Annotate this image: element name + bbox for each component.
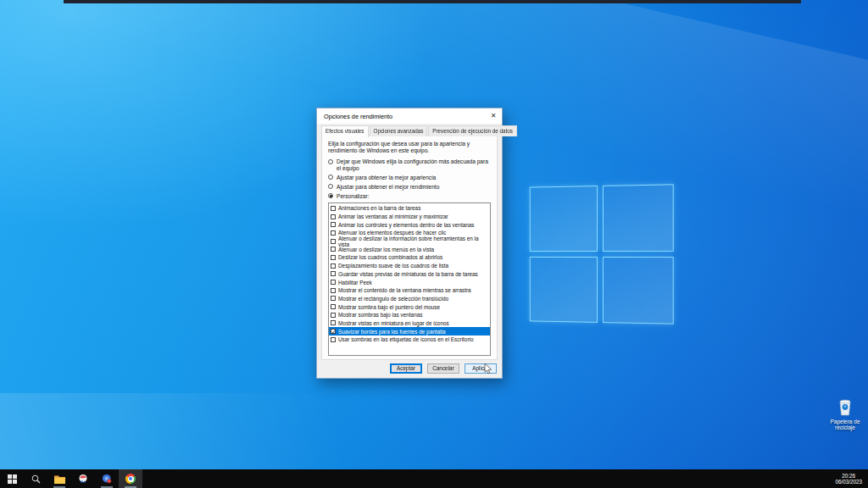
tab-efectos-visuales[interactable]: Efectos visuales (321, 125, 369, 137)
windows-logo-wallpaper (530, 184, 674, 324)
radio-icon[interactable] (328, 159, 333, 164)
list-item-selected[interactable]: Suavizar bordes para las fuentes de pant… (329, 327, 490, 336)
list-item[interactable]: Mostrar el rectángulo de selección trans… (329, 295, 490, 303)
list-item-label: Mostrar el contenido de la ventana mient… (338, 287, 471, 293)
radio-icon[interactable] (328, 193, 333, 198)
file-explorer-button[interactable] (47, 469, 71, 488)
dialog-button-row: Aceptar Cancelar Aplicar (390, 363, 497, 374)
windows-logo-pane (530, 257, 598, 323)
checkbox[interactable] (331, 230, 336, 236)
list-item-label: Atenuar o deslizar la información sobre … (338, 236, 490, 247)
radio-label: Ajustar para obtener el mejor rendimient… (337, 184, 439, 191)
checkbox[interactable] (331, 288, 336, 293)
list-item-label: Usar sombras en las etiquetas de iconos … (338, 336, 474, 342)
chrome-icon (125, 474, 136, 484)
recycle-bin-icon (836, 396, 854, 417)
checkbox[interactable] (331, 263, 336, 269)
list-item[interactable]: Usar sombras en las etiquetas de iconos … (329, 336, 490, 344)
list-item-label: Mostrar sombra bajo el puntero del mouse (338, 304, 440, 310)
pinned-app-1-icon (78, 474, 88, 484)
checkbox[interactable] (331, 255, 336, 260)
file-explorer-icon (54, 474, 65, 484)
search-icon (31, 474, 41, 484)
mouse-cursor (484, 363, 493, 374)
windows-start-icon (8, 474, 17, 484)
list-item-label: Animar las ventanas al minimizar y maxim… (338, 214, 448, 219)
radio-icon[interactable] (328, 175, 333, 180)
pinned-app-2-button[interactable] (95, 469, 119, 488)
radio-group: Dejar que Windows elija la configuración… (328, 158, 491, 199)
dialog-titlebar[interactable]: Opciones de rendimiento ✕ (317, 108, 502, 124)
clock-time: 20:26 (835, 473, 862, 480)
checkbox[interactable] (331, 271, 336, 276)
list-item-label: Animaciones en la barra de tareas (338, 205, 420, 211)
pinned-app-2-icon (102, 474, 112, 484)
radio-option-custom[interactable]: Personalizar: (328, 193, 489, 200)
list-item-label: Mostrar vistas en miniatura en lugar de … (338, 320, 449, 326)
taskbar: 20:26 06/03/2023 (0, 469, 868, 488)
list-item[interactable]: Atenuar o deslizar la información sobre … (329, 237, 490, 246)
radio-option-best-performance[interactable]: Ajustar para obtener el mejor rendimient… (328, 184, 489, 191)
radio-label: Ajustar para obtener la mejor apariencia (337, 175, 436, 181)
list-item-label: Desplazamiento suave de los cuadros de l… (338, 263, 448, 269)
taskbar-clock[interactable]: 20:26 06/03/2023 (829, 469, 868, 488)
radio-option-best-appearance[interactable]: Ajustar para obtener la mejor apariencia (328, 175, 489, 181)
recycle-bin-desktop-icon[interactable]: Papelera de reciclaje (824, 396, 866, 430)
list-item-label: Atenuar o deslizar los menús en la vista (338, 247, 434, 252)
list-item[interactable]: Mostrar vistas en miniatura en lugar de … (329, 319, 490, 328)
checkbox[interactable] (331, 214, 336, 219)
list-item[interactable]: Animaciones en la barra de tareas (329, 204, 490, 213)
accept-button[interactable]: Aceptar (390, 363, 422, 374)
tab-prevencion-ejecucion[interactable]: Prevención de ejecución de datos (428, 125, 517, 136)
checkbox[interactable] (331, 239, 336, 244)
top-edge-strip (64, 0, 801, 3)
list-item-label: Habilitar Peek (338, 280, 372, 286)
checkbox[interactable] (331, 320, 336, 325)
search-button[interactable] (24, 469, 47, 488)
windows-logo-pane (603, 257, 674, 324)
chrome-button[interactable] (119, 469, 142, 488)
tab-opciones-avanzadas[interactable]: Opciones avanzadas (370, 125, 428, 136)
radio-option-windows-choose[interactable]: Dejar que Windows elija la configuración… (328, 158, 489, 171)
checkbox[interactable] (331, 247, 336, 252)
checkbox[interactable] (331, 222, 336, 227)
checkbox[interactable] (331, 206, 336, 211)
list-item[interactable]: Guardar vistas previas de miniaturas de … (329, 269, 490, 278)
close-icon[interactable]: ✕ (485, 108, 502, 124)
list-item-label: Mostrar sombras bajo las ventanas (338, 312, 422, 318)
checkbox[interactable] (331, 304, 336, 309)
list-item[interactable]: Mostrar sombras bajo las ventanas (329, 311, 490, 319)
checkbox[interactable] (331, 313, 336, 318)
list-item[interactable]: Mostrar sombra bajo el puntero del mouse (329, 302, 490, 311)
radio-label: Personalizar: (337, 193, 369, 200)
recycle-bin-label: Papelera de reciclaje (824, 419, 866, 430)
performance-options-dialog: Opciones de rendimiento ✕ Efectos visual… (316, 108, 503, 379)
tab-page-visual-effects: Elija la configuración que desea usar pa… (321, 135, 498, 360)
list-item[interactable]: Animar los controles y elementos dentro … (329, 220, 490, 229)
list-item-label: Deslizar los cuadros combinados al abrir… (338, 254, 442, 260)
list-item-label: Suavizar bordes para las fuentes de pant… (338, 329, 445, 335)
windows-logo-pane (530, 186, 598, 252)
checkbox[interactable] (331, 280, 336, 285)
start-button[interactable] (0, 469, 24, 488)
visual-effects-list[interactable]: Animaciones en la barra de tareas Animar… (328, 202, 491, 356)
pinned-app-1-button[interactable] (71, 469, 95, 488)
list-item[interactable]: Desplazamiento suave de los cuadros de l… (329, 262, 490, 270)
list-item[interactable]: Mostrar el contenido de la ventana mient… (329, 286, 490, 295)
list-item[interactable]: Habilitar Peek (329, 278, 490, 286)
checkbox[interactable] (331, 296, 336, 301)
list-item[interactable]: Animar las ventanas al minimizar y maxim… (329, 213, 490, 221)
checkbox[interactable] (331, 337, 336, 342)
list-item-label: Mostrar el rectángulo de selección trans… (338, 296, 448, 302)
radio-icon[interactable] (328, 184, 333, 189)
cancel-button[interactable]: Cancelar (427, 363, 459, 374)
list-item-label: Guardar vistas previas de miniaturas de … (338, 271, 478, 277)
checkbox[interactable] (331, 329, 336, 334)
dialog-title: Opciones de rendimiento (317, 113, 485, 120)
dialog-tab-strip: Efectos visuales Opciones avanzadas Prev… (321, 125, 498, 136)
clock-date: 06/03/2023 (835, 479, 862, 485)
windows-logo-pane (603, 184, 674, 252)
radio-label: Dejar que Windows elija la configuración… (337, 158, 489, 171)
list-item[interactable]: Deslizar los cuadros combinados al abrir… (329, 253, 490, 262)
wallpaper-floor-glow (0, 393, 477, 469)
